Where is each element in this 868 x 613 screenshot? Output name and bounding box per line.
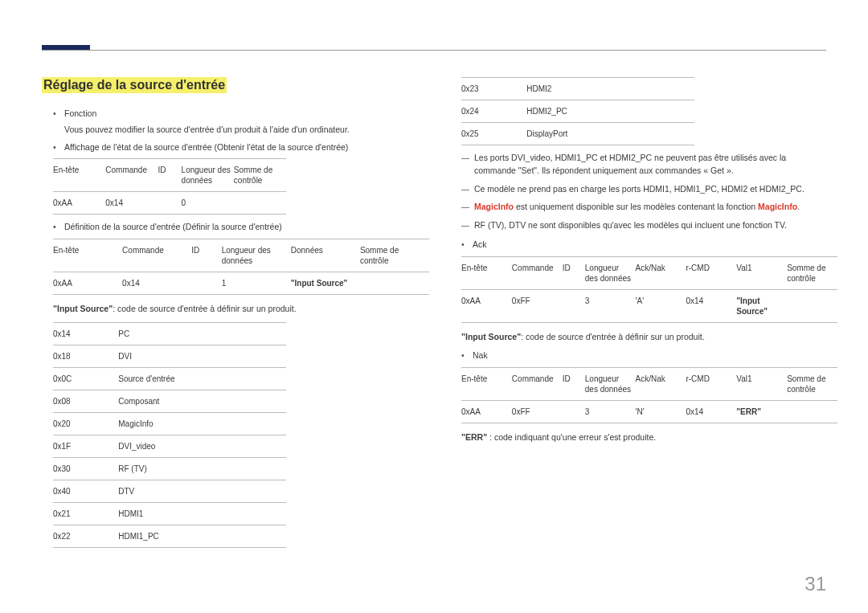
table-ack: En-tête Commande ID Longueur des données… bbox=[461, 256, 837, 323]
code-cell: 0x22 bbox=[53, 525, 118, 547]
td bbox=[158, 192, 182, 215]
dash-item-magicinfo: MagicInfo est uniquement disponible sur … bbox=[461, 201, 826, 214]
td: 3 bbox=[585, 401, 636, 423]
table-set: En-tête Commande ID Longueur des données… bbox=[53, 239, 429, 295]
table-nak: En-tête Commande ID Longueur des données… bbox=[461, 367, 837, 423]
table-row: 0x21HDMI1 bbox=[53, 502, 286, 525]
td bbox=[563, 289, 585, 322]
th: Données bbox=[291, 239, 360, 272]
code-cell: 0x0C bbox=[53, 367, 118, 390]
td bbox=[787, 401, 837, 423]
section-title: Réglage de la source d'entrée bbox=[42, 77, 227, 93]
th: Longueur des données bbox=[585, 256, 636, 289]
bullet-set-source: Définition de la source d'entrée (Défini… bbox=[53, 221, 418, 234]
code-value: DVI bbox=[118, 345, 286, 367]
code-value: DisplayPort bbox=[526, 123, 694, 145]
code-cell: 0x18 bbox=[53, 345, 118, 367]
code-value: HDMI2_PC bbox=[526, 100, 694, 123]
code-value: HDMI1_PC bbox=[118, 525, 286, 547]
table-row: 0x25DisplayPort bbox=[461, 123, 694, 145]
td: 1 bbox=[222, 272, 291, 295]
th: En-tête bbox=[53, 159, 105, 192]
code-value: Source d'entrée bbox=[118, 367, 286, 390]
th: Ack/Nak bbox=[636, 256, 686, 289]
td: 0xAA bbox=[461, 401, 512, 423]
right-column: 0x23HDMI20x24HDMI2_PC0x25DisplayPort Les… bbox=[450, 77, 826, 554]
th: Commande bbox=[105, 159, 158, 192]
th: Commande bbox=[512, 368, 563, 401]
note-input-source-2: "Input Source": code de source d'entrée … bbox=[461, 331, 826, 344]
td: 0x14 bbox=[686, 401, 736, 423]
dash-item: Ce modèle ne prend pas en charge les por… bbox=[461, 183, 826, 196]
bullet-ack-label: Ack bbox=[461, 239, 826, 251]
td: 0x14 bbox=[105, 192, 158, 215]
bullet-desc: Vous pouvez modifier la source d'entrée … bbox=[64, 124, 418, 137]
td: "ERR" bbox=[736, 401, 787, 423]
th: Longueur des données bbox=[222, 239, 291, 272]
table-row: 0x20MagicInfo bbox=[53, 412, 286, 435]
td: 0xAA bbox=[53, 192, 105, 215]
code-cell: 0x21 bbox=[53, 502, 118, 525]
td: 'N' bbox=[636, 401, 686, 423]
td: 0xFF bbox=[512, 401, 563, 423]
th: Ack/Nak bbox=[636, 368, 686, 401]
code-cell: 0x23 bbox=[461, 78, 526, 100]
td bbox=[191, 272, 221, 295]
code-cell: 0x25 bbox=[461, 123, 526, 145]
th: ID bbox=[158, 159, 182, 192]
code-cell: 0x24 bbox=[461, 100, 526, 123]
code-cell: 0x1F bbox=[53, 435, 118, 457]
table-row: 0x08Composant bbox=[53, 390, 286, 412]
code-value: RF (TV) bbox=[118, 457, 286, 480]
td: 0xFF bbox=[512, 289, 563, 322]
code-cell: 0x40 bbox=[53, 480, 118, 502]
code-value: DTV bbox=[118, 480, 286, 502]
left-column: Réglage de la source d'entrée Fonction V… bbox=[42, 77, 418, 554]
td: 'A' bbox=[636, 289, 686, 322]
table-get: En-tête Commande ID Longueur des données… bbox=[53, 158, 286, 215]
text: . bbox=[797, 202, 800, 211]
td bbox=[787, 289, 837, 322]
th: Longueur des données bbox=[182, 159, 234, 192]
code-cell: 0x30 bbox=[53, 457, 118, 480]
magicinfo-term: MagicInfo bbox=[474, 202, 514, 211]
table-row: 0x14PC bbox=[53, 322, 286, 345]
th: En-tête bbox=[53, 239, 122, 272]
th: En-tête bbox=[461, 368, 512, 401]
th: Somme de contrôle bbox=[234, 159, 286, 192]
td: 0x14 bbox=[686, 289, 736, 322]
th: En-tête bbox=[461, 256, 512, 289]
table-codes-left: 0x14PC0x18DVI0x0CSource d'entrée0x08Comp… bbox=[53, 322, 286, 548]
th: ID bbox=[191, 239, 221, 272]
th: r-CMD bbox=[686, 256, 736, 289]
magicinfo-term: MagicInfo bbox=[758, 202, 797, 211]
bullet-list-2: Définition de la source d'entrée (Défini… bbox=[53, 221, 418, 234]
code-value: MagicInfo bbox=[118, 412, 286, 435]
table-row: 0x0CSource d'entrée bbox=[53, 367, 286, 390]
td: 0xAA bbox=[461, 289, 512, 322]
dash-list: Les ports DVI_video, HDMI1_PC et HDMI2_P… bbox=[461, 152, 826, 232]
td: "Input Source" bbox=[291, 272, 360, 295]
table-row: 0x24HDMI2_PC bbox=[461, 100, 694, 123]
td bbox=[234, 192, 286, 215]
th: ID bbox=[563, 368, 585, 401]
th: Commande bbox=[512, 256, 563, 289]
th: Somme de contrôle bbox=[787, 256, 837, 289]
th: Somme de contrôle bbox=[787, 368, 837, 401]
th: ID bbox=[563, 256, 585, 289]
code-value: HDMI2 bbox=[526, 78, 694, 100]
code-value: Composant bbox=[118, 390, 286, 412]
th: Val1 bbox=[736, 368, 787, 401]
code-cell: 0x14 bbox=[53, 322, 118, 345]
td: 3 bbox=[585, 289, 636, 322]
td bbox=[563, 401, 585, 423]
th: Somme de contrôle bbox=[360, 239, 429, 272]
td: 0x14 bbox=[122, 272, 191, 295]
bullet-get-state: Affichage de l'état de la source d'entré… bbox=[53, 141, 418, 154]
code-value: HDMI1 bbox=[118, 502, 286, 525]
th: Commande bbox=[122, 239, 191, 272]
th: Val1 bbox=[736, 256, 787, 289]
bullet-nak: Nak bbox=[461, 349, 826, 362]
note-input-source: "Input Source": code de source d'entrée … bbox=[53, 303, 418, 316]
table-row: 0x18DVI bbox=[53, 345, 286, 367]
